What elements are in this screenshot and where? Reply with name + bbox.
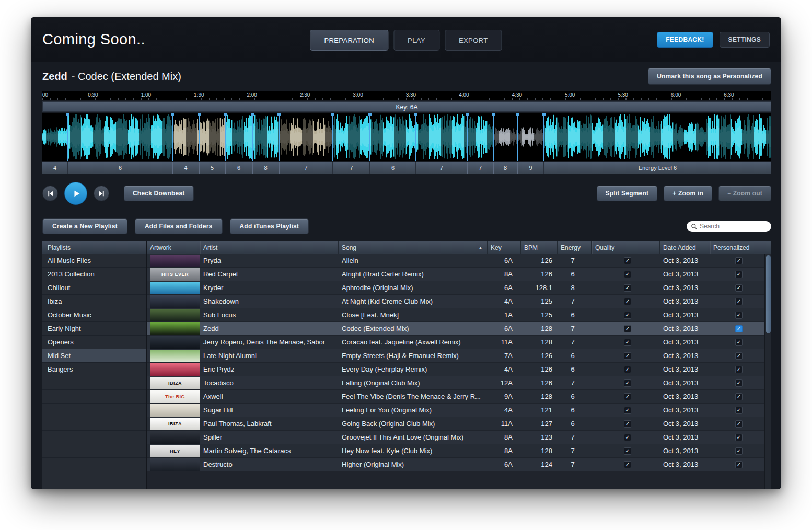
personalized-checkbox[interactable]: ✓ bbox=[735, 325, 743, 332]
quality-checkbox[interactable]: ✓ bbox=[624, 257, 631, 264]
personalized-checkbox[interactable]: ✓ bbox=[735, 407, 743, 414]
segment-marker[interactable] bbox=[199, 113, 200, 161]
check-downbeat-button[interactable]: Check Downbeat bbox=[124, 186, 194, 201]
quality-checkbox[interactable]: ✓ bbox=[624, 434, 631, 441]
search-input[interactable] bbox=[700, 223, 767, 230]
column-header-personalized[interactable]: Personalized bbox=[710, 241, 764, 254]
personalized-checkbox[interactable]: ✓ bbox=[735, 393, 743, 400]
quality-checkbox[interactable]: ✓ bbox=[624, 339, 631, 346]
quality-checkbox[interactable]: ✓ bbox=[624, 447, 631, 455]
feedback-button[interactable]: FEEDBACK! bbox=[657, 32, 713, 48]
waveform-display[interactable] bbox=[42, 113, 771, 161]
segment-marker[interactable] bbox=[67, 113, 68, 161]
personalized-checkbox[interactable]: ✓ bbox=[735, 379, 743, 387]
search-box[interactable] bbox=[687, 221, 771, 232]
personalized-checkbox[interactable]: ✓ bbox=[735, 298, 743, 305]
segment-cell[interactable]: 4 bbox=[172, 162, 199, 174]
table-row[interactable]: PrydaAllein6A1267✓Oct 3, 2013✓ bbox=[147, 254, 764, 268]
sidebar-item-october-music[interactable]: October Music bbox=[42, 308, 146, 322]
table-row[interactable]: IBIZAPaul Thomas, LabkraftGoing Back (Or… bbox=[147, 417, 764, 431]
segment-marker[interactable] bbox=[172, 113, 173, 161]
unmark-personalized-button[interactable]: Unmark this song as Personalized bbox=[648, 68, 771, 85]
table-row[interactable]: SpillerGroovejet If This Aint Love (Orig… bbox=[147, 431, 764, 444]
segment-cell[interactable]: 9 bbox=[517, 162, 544, 174]
sidebar-item-all-music-files[interactable]: All Music Files bbox=[42, 254, 146, 268]
segment-cell[interactable]: 8 bbox=[252, 162, 279, 174]
table-row[interactable]: Sugar HillFeeling For You (Original Mix)… bbox=[147, 404, 764, 417]
quality-checkbox[interactable]: ✓ bbox=[624, 312, 631, 319]
quality-checkbox[interactable]: ✓ bbox=[624, 461, 631, 468]
scrollbar-thumb[interactable] bbox=[766, 255, 771, 333]
table-row[interactable]: HITS EVERRed CarpetAlright (Brad Carter … bbox=[147, 268, 764, 281]
segment-cell[interactable]: 7 bbox=[467, 162, 493, 174]
quality-checkbox[interactable]: ✓ bbox=[624, 393, 631, 400]
column-header-energy[interactable]: Energy bbox=[558, 241, 592, 254]
quality-checkbox[interactable]: ✓ bbox=[624, 325, 631, 332]
add-itunes-playlist-button[interactable]: Add iTunes Playlist bbox=[230, 218, 309, 234]
play-button[interactable] bbox=[64, 182, 87, 205]
create-playlist-button[interactable]: Create a New Playlist bbox=[42, 218, 127, 234]
segment-cell[interactable]: 7 bbox=[333, 162, 370, 174]
sidebar-item-ibiza[interactable]: Ibiza bbox=[42, 295, 146, 308]
quality-checkbox[interactable]: ✓ bbox=[624, 407, 631, 414]
segment-marker[interactable] bbox=[493, 113, 494, 161]
column-header-artwork[interactable]: Artwork bbox=[147, 241, 200, 254]
column-header-date-added[interactable]: Date Added bbox=[660, 241, 710, 254]
quality-checkbox[interactable]: ✓ bbox=[624, 379, 631, 387]
table-row[interactable]: Sub FocusClose [Feat. Mnek]1A1256✓Oct 3,… bbox=[147, 308, 764, 322]
segment-marker[interactable] bbox=[543, 113, 544, 161]
zoom-out-button[interactable]: − Zoom out bbox=[718, 186, 771, 201]
segment-cell[interactable]: 7 bbox=[416, 162, 467, 174]
segment-marker[interactable] bbox=[332, 113, 333, 161]
sidebar-item-bangers[interactable]: Bangers bbox=[42, 363, 146, 376]
personalized-checkbox[interactable]: ✓ bbox=[735, 434, 743, 441]
segment-marker[interactable] bbox=[467, 113, 468, 161]
segment-cell[interactable]: 6 bbox=[370, 162, 416, 174]
segment-marker[interactable] bbox=[369, 113, 370, 161]
table-row[interactable]: KryderAphrodite (Original Mix)6A128.18✓O… bbox=[147, 281, 764, 295]
personalized-checkbox[interactable]: ✓ bbox=[735, 284, 743, 292]
table-row[interactable]: ShakedownAt Night (Kid Creme Club Mix)4A… bbox=[147, 295, 764, 308]
personalized-checkbox[interactable]: ✓ bbox=[735, 366, 743, 373]
zoom-in-button[interactable]: + Zoom in bbox=[664, 186, 712, 201]
table-row[interactable]: Late Night AlumniEmpty Streets (Haji & E… bbox=[147, 349, 764, 363]
table-row[interactable]: Jerry Ropero, Denis The Menace, SaborCor… bbox=[147, 336, 764, 349]
segment-cell[interactable]: 7 bbox=[279, 162, 333, 174]
quality-checkbox[interactable]: ✓ bbox=[624, 352, 631, 360]
add-files-button[interactable]: Add Files and Folders bbox=[135, 218, 223, 234]
table-row[interactable]: ZeddCodec (Extended Mix)6A1287✓Oct 3, 20… bbox=[147, 322, 764, 336]
segment-marker[interactable] bbox=[225, 113, 226, 161]
sidebar-item-mid-set[interactable]: Mid Set bbox=[42, 349, 146, 363]
personalized-checkbox[interactable]: ✓ bbox=[735, 420, 743, 428]
sidebar-item-2013-collection[interactable]: 2013 Collection bbox=[42, 268, 146, 281]
personalized-checkbox[interactable]: ✓ bbox=[735, 352, 743, 360]
personalized-checkbox[interactable]: ✓ bbox=[735, 271, 743, 278]
tab-play[interactable]: PLAY bbox=[393, 30, 439, 51]
sidebar-item-openers[interactable]: Openers bbox=[42, 336, 146, 349]
column-header-artist[interactable]: Artist bbox=[200, 241, 339, 254]
sidebar-item-early-night[interactable]: Early Night bbox=[42, 322, 146, 336]
split-segment-button[interactable]: Split Segment bbox=[597, 186, 658, 201]
table-row[interactable]: HEYMartin Solveig, The CataracsHey Now f… bbox=[147, 444, 764, 458]
segment-cell[interactable]: 4 bbox=[42, 162, 68, 174]
settings-button[interactable]: SETTINGS bbox=[720, 32, 770, 48]
tab-export[interactable]: EXPORT bbox=[445, 30, 502, 51]
energy-level-cell[interactable]: Energy Level 6 bbox=[544, 162, 771, 174]
segment-marker[interactable] bbox=[252, 113, 253, 161]
table-row[interactable]: Eric PrydzEvery Day (Fehrplay Remix)4A12… bbox=[147, 363, 764, 376]
quality-checkbox[interactable]: ✓ bbox=[624, 298, 631, 305]
segment-cell[interactable]: 8 bbox=[493, 162, 517, 174]
quality-checkbox[interactable]: ✓ bbox=[624, 366, 631, 373]
personalized-checkbox[interactable]: ✓ bbox=[735, 257, 743, 264]
segment-marker[interactable] bbox=[415, 113, 416, 161]
personalized-checkbox[interactable]: ✓ bbox=[735, 461, 743, 468]
segment-cell[interactable]: 6 bbox=[68, 162, 172, 174]
segment-cell[interactable]: 5 bbox=[199, 162, 225, 174]
tab-preparation[interactable]: PREPARATION bbox=[310, 30, 388, 51]
segment-marker[interactable] bbox=[517, 113, 518, 161]
segment-cell[interactable]: 6 bbox=[225, 162, 252, 174]
column-header-key[interactable]: Key bbox=[488, 241, 521, 254]
quality-checkbox[interactable]: ✓ bbox=[624, 271, 631, 278]
column-header-bpm[interactable]: BPM bbox=[521, 241, 558, 254]
table-row[interactable]: IBIZATocadiscoFalling (Original Club Mix… bbox=[147, 376, 764, 390]
